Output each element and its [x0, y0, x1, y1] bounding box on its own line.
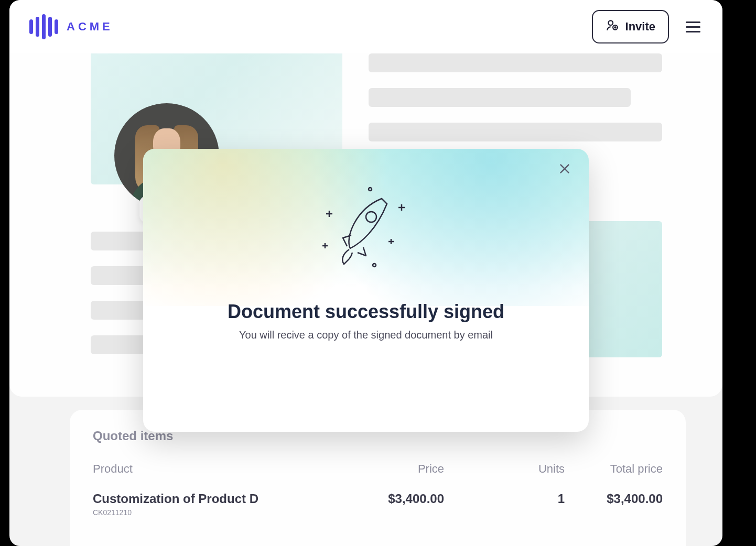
svg-point-8 [373, 264, 376, 267]
product-units: 1 [444, 492, 565, 506]
product-name: Customization of Product D [93, 492, 329, 506]
header-bar: ACME Invite [9, 0, 722, 53]
product-price: $3,400.00 [329, 492, 444, 506]
brand-logo[interactable]: ACME [29, 14, 113, 39]
modal-subtitle: You will recive a copy of the signed doc… [143, 329, 589, 341]
invite-button[interactable]: Invite [592, 10, 669, 43]
col-header-units: Units [444, 462, 565, 476]
table-row[interactable]: Customization of Product D CK0211210 $3,… [93, 492, 663, 517]
table-header: Product Price Units Total price [93, 462, 663, 476]
logo-bars-icon [29, 14, 58, 39]
col-header-product: Product [93, 462, 329, 476]
svg-point-7 [369, 188, 372, 191]
invite-label: Invite [625, 20, 655, 34]
skeleton-text-right [369, 53, 662, 157]
modal-title: Document successfully signed [143, 301, 589, 323]
product-sku: CK0211210 [93, 508, 329, 517]
success-modal: Document successfully signed You will re… [143, 149, 589, 432]
col-header-price: Price [329, 462, 444, 476]
col-header-total: Total price [565, 462, 663, 476]
header-actions: Invite [592, 10, 704, 43]
svg-point-6 [366, 212, 376, 222]
rocket-icon [314, 180, 418, 275]
product-total: $3,400.00 [565, 492, 663, 506]
brand-name: ACME [67, 20, 113, 34]
app-container: ACME Invite [9, 0, 722, 546]
menu-icon[interactable] [683, 18, 704, 36]
close-icon[interactable] [557, 161, 576, 180]
user-plus-icon [606, 18, 619, 35]
svg-point-0 [608, 20, 613, 25]
